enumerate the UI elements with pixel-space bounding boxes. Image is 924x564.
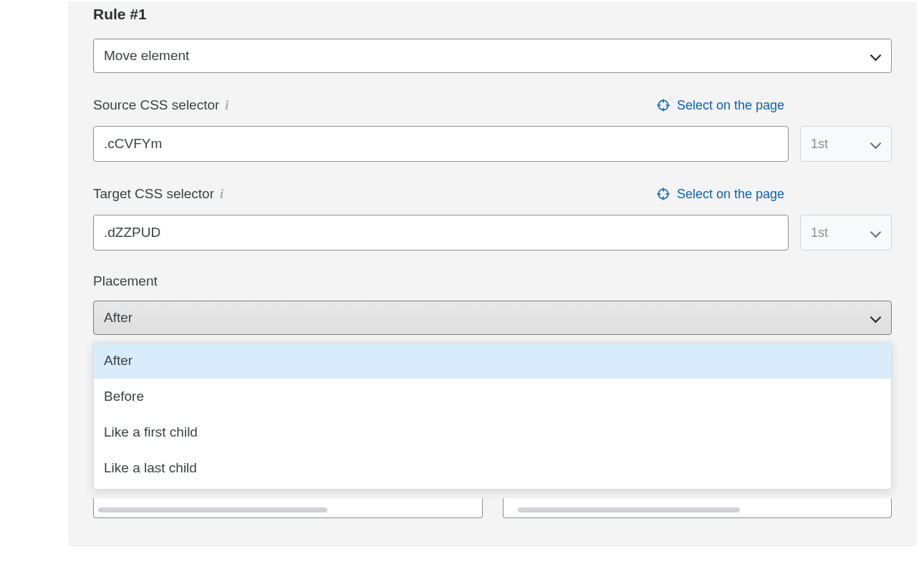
target-icon xyxy=(657,99,670,112)
source-selector-label: Source CSS selector xyxy=(93,97,219,113)
chevron-down-icon xyxy=(871,139,881,149)
rule-title: Rule #1 xyxy=(93,1,892,23)
target-ordinal-value: 1st xyxy=(811,225,828,240)
scrollbar-thumb[interactable] xyxy=(518,507,740,512)
source-selector-input[interactable] xyxy=(93,126,789,162)
info-icon[interactable]: i xyxy=(225,98,228,113)
placement-option-last-child[interactable]: Like a last child xyxy=(94,450,891,486)
target-selector-input[interactable] xyxy=(93,215,789,251)
placement-option-after[interactable]: After xyxy=(94,343,891,379)
source-select-link-text: Select on the page xyxy=(677,98,784,113)
target-selector-label: Target CSS selector xyxy=(93,186,214,202)
code-frame-right xyxy=(503,498,892,518)
placement-select[interactable]: After After Before Like a first child Li… xyxy=(93,301,892,335)
source-ordinal-select[interactable]: 1st xyxy=(800,126,892,162)
target-select-link-text: Select on the page xyxy=(677,187,784,202)
placement-label: Placement xyxy=(93,273,892,289)
placement-option-first-child[interactable]: Like a first child xyxy=(94,414,891,450)
chevron-down-icon xyxy=(871,228,881,238)
rule-panel: Rule #1 Move element Source CSS selector… xyxy=(68,1,917,546)
rule-action-value: Move element xyxy=(104,48,189,64)
scrollbar-thumb[interactable] xyxy=(98,507,327,512)
rule-action-select[interactable]: Move element xyxy=(93,39,892,73)
target-select-on-page-link[interactable]: Select on the page xyxy=(657,187,892,202)
source-select-on-page-link[interactable]: Select on the page xyxy=(657,98,892,113)
placement-selected-value: After xyxy=(104,310,133,326)
placement-option-before[interactable]: Before xyxy=(94,379,891,414)
info-icon[interactable]: i xyxy=(220,187,223,202)
placement-dropdown: After Before Like a first child Like a l… xyxy=(93,342,892,490)
source-ordinal-value: 1st xyxy=(811,137,828,152)
code-frame-left xyxy=(93,498,483,518)
chevron-down-icon xyxy=(871,51,881,61)
chevron-down-icon xyxy=(871,313,881,323)
target-ordinal-select[interactable]: 1st xyxy=(800,215,892,251)
bottom-frames xyxy=(93,498,892,518)
target-icon xyxy=(657,188,670,200)
